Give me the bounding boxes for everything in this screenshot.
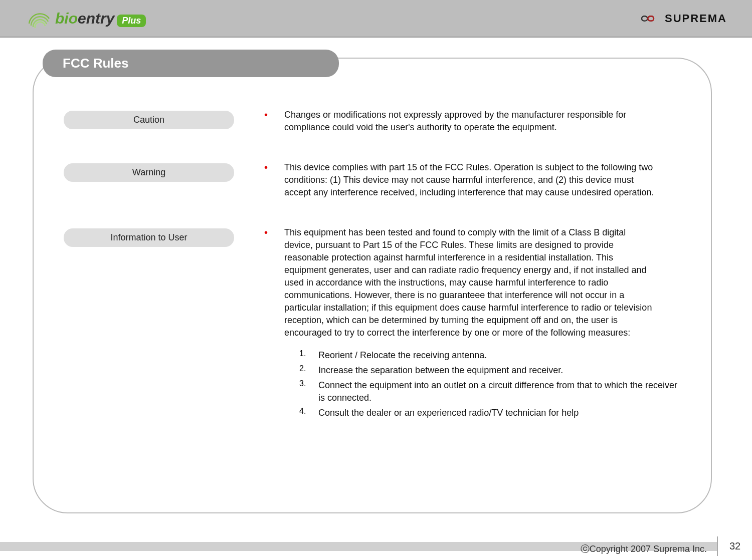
item-text: Increase the separation between the equi… (318, 364, 681, 377)
bullet-icon: • (264, 226, 274, 422)
page-title: FCC Rules (43, 50, 339, 77)
plus-badge: Plus (117, 15, 146, 27)
bioentry-logo: bioentry Plus (25, 5, 146, 32)
section-info: Information to User • This equipment has… (64, 226, 681, 422)
fingerprint-icon (25, 5, 53, 32)
page-number: 32 (717, 536, 752, 556)
suprema-logo: SUPREMA (636, 12, 727, 26)
logo-bio: bio (55, 10, 78, 27)
numbered-list: 1. Reorient / Relocate the receiving ant… (284, 349, 681, 419)
item-number: 4. (299, 407, 309, 419)
header: bioentry Plus SUPREMA (0, 0, 752, 38)
list-item: 2. Increase the separation between the e… (299, 364, 681, 377)
list-item: 4. Consult the dealer or an experienced … (299, 407, 681, 419)
item-text: Connect the equipment into an outlet on … (318, 379, 681, 404)
item-number: 3. (299, 379, 309, 404)
warning-label: Warning (64, 163, 234, 182)
content-frame: FCC Rules Caution • Changes or modificat… (33, 58, 712, 513)
caution-label: Caution (64, 111, 234, 129)
infinity-icon (636, 12, 660, 26)
warning-text: This device complies with part 15 of the… (284, 161, 655, 199)
info-text: This equipment has been tested and found… (284, 226, 655, 339)
caution-text: Changes or modifications not expressly a… (284, 109, 655, 134)
item-text: Consult the dealer or an experienced rad… (318, 407, 681, 419)
list-item: 1. Reorient / Relocate the receiving ant… (299, 349, 681, 362)
item-text: Reorient / Relocate the receiving antenn… (318, 349, 681, 362)
item-number: 2. (299, 364, 309, 377)
bioentry-text: bioentry Plus (55, 10, 146, 27)
logo-entry: entry (78, 10, 114, 27)
suprema-text: SUPREMA (665, 12, 727, 25)
bullet-icon: • (264, 161, 274, 199)
section-warning: Warning • This device complies with part… (64, 161, 681, 199)
info-label: Information to User (64, 228, 234, 247)
list-item: 3. Connect the equipment into an outlet … (299, 379, 681, 404)
bullet-icon: • (264, 109, 274, 134)
section-caution: Caution • Changes or modifications not e… (64, 109, 681, 134)
item-number: 1. (299, 349, 309, 362)
copyright-text: ⓒCopyright 2007 Suprema Inc. (581, 543, 707, 555)
